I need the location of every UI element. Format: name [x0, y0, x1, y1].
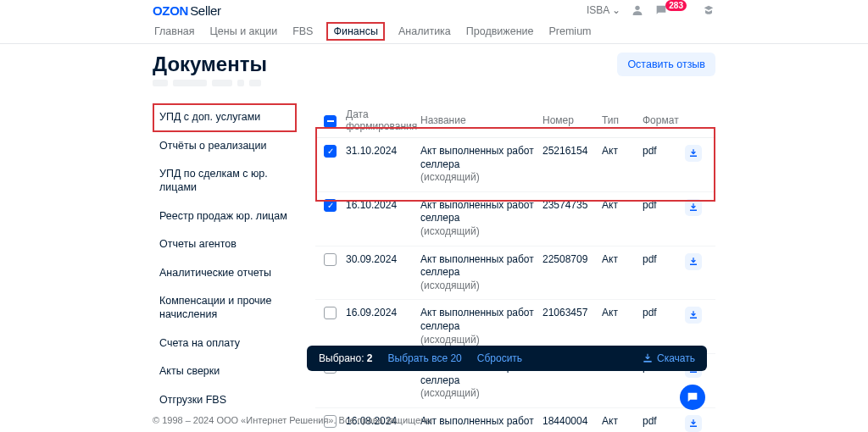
user-name: ISBA — [587, 4, 609, 16]
row-format: pdf — [643, 145, 685, 157]
download-icon[interactable] — [685, 307, 702, 324]
sidebar-item[interactable]: Аналитические отчеты — [153, 259, 297, 288]
logo-secondary: Seller — [190, 3, 221, 18]
row-format: pdf — [643, 253, 685, 265]
row-checkbox[interactable]: ✓ — [324, 145, 337, 158]
topnav-item[interactable]: Продвижение — [465, 20, 536, 42]
row-name: Акт выполненных работ селлера(исходящий) — [420, 415, 542, 432]
download-icon[interactable] — [685, 199, 702, 216]
topnav-item[interactable]: Premium — [548, 20, 593, 42]
documents-table: Дата формирования Название Номер Тип Фор… — [315, 103, 715, 432]
row-name: Акт выполненных работ селлера(исходящий) — [420, 145, 542, 185]
sidebar-item[interactable]: Отчёты о реализации — [153, 132, 297, 161]
download-icon[interactable] — [685, 253, 702, 270]
notification-badge: 283 — [665, 0, 687, 11]
row-format: pdf — [643, 415, 685, 427]
sidebar-item[interactable]: Акты сверки — [153, 357, 297, 386]
col-format: Формат — [643, 114, 685, 126]
topnav-item[interactable]: FBS — [291, 20, 314, 42]
selection-bar: Выбрано: 2 Выбрать все 20 Сбросить Скача… — [307, 346, 707, 371]
sidebar-item[interactable]: Компенсации и прочие начисления — [153, 287, 297, 329]
row-name: Акт выполненных работ селлера(исходящий) — [420, 253, 542, 293]
logo-primary: OZON — [153, 3, 188, 18]
feedback-button[interactable]: Оставить отзыв — [617, 53, 715, 76]
download-label: Скачать — [657, 352, 695, 364]
messages-icon[interactable]: 283 — [654, 3, 692, 17]
row-date: 30.09.2024 — [346, 253, 420, 265]
sidebar-item[interactable]: Отчеты агентов — [153, 230, 297, 259]
chat-fab[interactable] — [680, 385, 705, 410]
page-title: Документы — [153, 53, 267, 76]
profile-icon[interactable] — [631, 3, 644, 17]
svg-rect-1 — [690, 156, 697, 158]
sidebar-item[interactable]: Реестр продаж юр. лицам — [153, 202, 297, 231]
col-type: Тип — [602, 114, 643, 126]
row-checkbox[interactable]: ✓ — [324, 199, 337, 212]
table-row: 30.09.2024Акт выполненных работ селлера(… — [315, 246, 715, 301]
row-format: pdf — [643, 199, 685, 211]
row-type: Акт — [602, 145, 643, 157]
row-number: 18440004 — [542, 415, 602, 427]
table-row: ✓31.10.2024Акт выполненных работ селлера… — [315, 138, 715, 192]
col-date: Дата формирования — [346, 108, 420, 132]
row-type: Акт — [602, 415, 643, 427]
reset-selection-link[interactable]: Сбросить — [477, 352, 522, 364]
sidebar-menu: УПД с доп. услугамиОтчёты о реализацииУП… — [153, 103, 297, 432]
sidebar-item[interactable]: Счета на оплату — [153, 330, 297, 358]
sidebar-item[interactable]: УПД по сделкам с юр. лицами — [153, 160, 297, 202]
download-icon[interactable] — [685, 415, 702, 432]
chevron-down-icon: ⌄ — [612, 4, 620, 16]
download-icon[interactable] — [685, 145, 702, 162]
footer-copyright: © 1998 – 2024 ООО «Интернет Решения». Вс… — [153, 415, 432, 425]
help-icon[interactable] — [702, 3, 715, 17]
svg-rect-6 — [690, 425, 697, 427]
col-name: Название — [420, 114, 542, 126]
row-date: 16.10.2024 — [346, 199, 420, 211]
table-row: ✓16.10.2024Акт выполненных работ селлера… — [315, 192, 715, 246]
breadcrumb-blur — [153, 80, 715, 91]
select-all-link[interactable]: Выбрать все 20 — [388, 352, 462, 364]
row-date: 31.10.2024 — [346, 145, 420, 157]
row-checkbox[interactable] — [324, 253, 337, 266]
user-menu[interactable]: ISBA ⌄ — [587, 4, 620, 16]
row-name: Акт выполненных работ селлера(исходящий) — [420, 199, 542, 239]
row-date: 16.09.2024 — [346, 307, 420, 318]
row-checkbox[interactable] — [324, 307, 337, 319]
row-format: pdf — [643, 307, 685, 318]
svg-point-0 — [636, 6, 640, 10]
row-name: Акт выполненных работ селлера(исходящий) — [420, 307, 542, 346]
topnav-item[interactable]: Финансы — [326, 22, 384, 41]
sidebar-item[interactable]: Отгрузки FBS — [153, 386, 297, 415]
topnav-item[interactable]: Аналитика — [397, 20, 453, 42]
sidebar-item[interactable]: УПД с доп. услугами — [153, 103, 297, 132]
row-number: 25216154 — [542, 145, 602, 157]
download-selected-button[interactable]: Скачать — [642, 352, 695, 364]
row-type: Акт — [602, 253, 643, 265]
svg-rect-2 — [690, 209, 697, 211]
svg-rect-3 — [690, 263, 697, 265]
col-number: Номер — [542, 114, 602, 126]
svg-rect-4 — [690, 318, 697, 319]
row-type: Акт — [602, 199, 643, 211]
row-number: 23574735 — [542, 199, 602, 211]
top-navigation: ГлавнаяЦены и акцииFBSФинансыАналитикаПр… — [0, 19, 868, 44]
topnav-item[interactable]: Цены и акции — [209, 20, 280, 42]
brand-logo[interactable]: OZONSeller — [153, 3, 221, 18]
row-number: 21063457 — [542, 307, 602, 318]
selected-label: Выбрано: 2 — [319, 352, 373, 364]
svg-rect-5 — [690, 372, 697, 374]
row-type: Акт — [602, 307, 643, 318]
topnav-item[interactable]: Главная — [153, 20, 197, 42]
row-number: 22508709 — [542, 253, 602, 265]
select-all-checkbox[interactable] — [324, 115, 337, 128]
